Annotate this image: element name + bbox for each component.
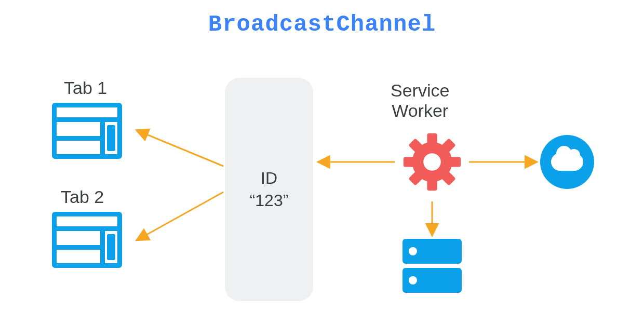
svg-point-9 bbox=[423, 153, 441, 171]
svg-rect-1 bbox=[427, 133, 437, 147]
gear-icon bbox=[401, 131, 463, 193]
server-storage-icon bbox=[403, 239, 462, 293]
diagram-stage: BroadcastChannel Tab 1 Tab 2 ID “123” Se… bbox=[0, 0, 644, 326]
service-worker-label: Service Worker bbox=[391, 80, 449, 121]
svg-rect-4 bbox=[447, 157, 461, 167]
tab-2-label: Tab 2 bbox=[61, 187, 104, 207]
cloud-icon bbox=[540, 135, 594, 189]
broadcast-channel-node: ID “123” bbox=[225, 78, 313, 301]
channel-id-label: ID bbox=[261, 169, 277, 188]
channel-id-value: “123” bbox=[250, 191, 289, 210]
diagram-title: BroadcastChannel bbox=[0, 11, 644, 37]
browser-window-icon bbox=[52, 212, 122, 268]
arrow-channel-to-tab2 bbox=[139, 192, 223, 239]
browser-window-icon bbox=[52, 103, 122, 159]
svg-rect-3 bbox=[404, 157, 417, 167]
svg-rect-2 bbox=[427, 177, 437, 191]
tab-1-label: Tab 1 bbox=[64, 78, 107, 98]
arrow-channel-to-tab1 bbox=[139, 131, 223, 166]
